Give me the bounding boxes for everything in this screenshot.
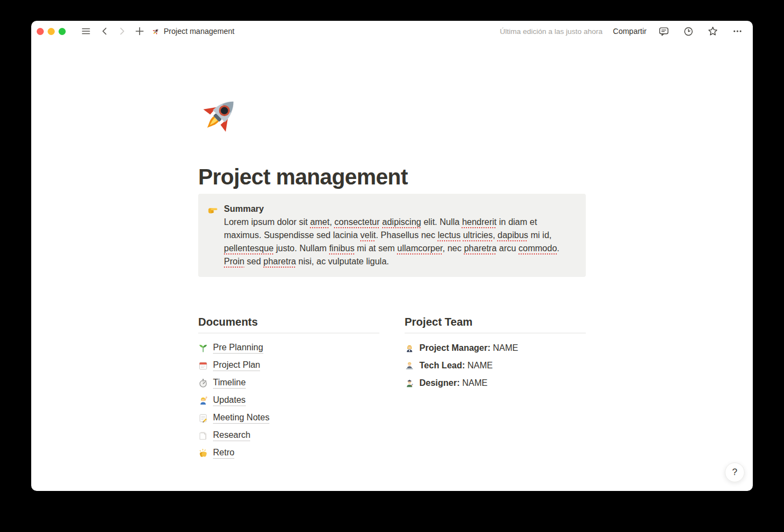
documents-heading[interactable]: Documents [198, 315, 379, 333]
document-link[interactable]: Timeline [198, 374, 379, 392]
document-link-label: Pre Planning [213, 343, 263, 354]
forward-icon[interactable] [116, 25, 129, 38]
documents-column: Documents Pre PlanningProject PlanTimeli… [198, 315, 379, 462]
team-column: Project Team Project Manager: NAMETech L… [405, 315, 586, 462]
team-member-row[interactable]: Project Manager: NAME [405, 339, 586, 357]
page-title[interactable]: Project management [198, 164, 586, 190]
point-right-icon [207, 204, 218, 215]
more-icon[interactable] [731, 25, 744, 38]
misspelled-word: lectus [437, 230, 460, 240]
raising-hand-icon [198, 396, 208, 406]
document-link[interactable]: Research [198, 427, 379, 444]
document-link-label: Research [213, 430, 250, 441]
last-edited-status: Última edición a las justo ahora [500, 27, 603, 36]
misspelled-word: ullamcorper [397, 244, 443, 253]
notion-window: Project management Última edición a las … [31, 21, 753, 491]
team-member-row[interactable]: Tech Lead: NAME [405, 357, 586, 374]
favorite-star-icon[interactable] [706, 25, 719, 38]
breadcrumb-page-title[interactable]: Project management [152, 27, 234, 36]
documents-list: Pre PlanningProject PlanTimelineUpdatesM… [198, 339, 379, 462]
misspelled-word: finibus [329, 244, 354, 253]
misspelled-word: ultricies [463, 230, 493, 240]
bookmark-tabs-icon [198, 431, 208, 441]
team-member-text: Tech Lead: NAME [419, 361, 493, 371]
summary-callout: Summary Lorem ipsum dolor sit amet, cons… [198, 194, 586, 277]
comments-icon[interactable] [657, 25, 670, 38]
menu-icon[interactable] [79, 25, 93, 38]
office-worker-icon [405, 343, 414, 353]
breadcrumb-label: Project management [164, 27, 234, 36]
document-link[interactable]: Project Plan [198, 357, 379, 374]
misspelled-word: commodo [518, 244, 557, 253]
team-member-text: Project Manager: NAME [419, 343, 518, 353]
document-link-label: Retro [213, 448, 234, 459]
minimize-window-button[interactable] [48, 28, 55, 35]
artist-icon [405, 378, 414, 388]
team-member-row[interactable]: Designer: NAME [405, 374, 586, 392]
clap-icon [198, 448, 208, 458]
misspelled-word: consectetur [335, 217, 380, 227]
callout-paragraph[interactable]: Lorem ipsum dolor sit amet, consectetur … [224, 216, 570, 268]
page-icon-rocket[interactable] [198, 93, 242, 137]
titlebar: Project management Última edición a las … [31, 21, 753, 42]
page-content: Project management Summary Lorem ipsum d… [31, 42, 753, 491]
document-link-label: Meeting Notes [213, 413, 269, 424]
document-link-label: Project Plan [213, 360, 260, 371]
calendar-icon [198, 361, 208, 371]
technologist-icon [405, 361, 414, 371]
close-window-button[interactable] [37, 28, 44, 35]
document-link[interactable]: Meeting Notes [198, 409, 379, 427]
seedling-icon [198, 343, 208, 353]
share-button[interactable]: Compartir [613, 27, 647, 36]
callout-heading[interactable]: Summary [224, 203, 570, 216]
document-link[interactable]: Updates [198, 392, 379, 409]
misspelled-word: velit [360, 230, 376, 240]
back-icon[interactable] [98, 25, 111, 38]
misspelled-word: Proin [224, 257, 244, 266]
document-link-label: Timeline [213, 378, 246, 389]
document-link[interactable]: Retro [198, 444, 379, 462]
team-list: Project Manager: NAMETech Lead: NAMEDesi… [405, 339, 586, 392]
stopwatch-icon [198, 378, 208, 388]
misspelled-word: dapibus [498, 230, 528, 240]
zoom-window-button[interactable] [59, 28, 66, 35]
new-tab-icon[interactable] [133, 25, 146, 38]
document-link-label: Updates [213, 395, 246, 406]
misspelled-word: pellentesque [224, 244, 274, 253]
misspelled-word: adipiscing [382, 217, 421, 227]
help-button[interactable]: ? [725, 462, 745, 482]
misspelled-word: amet [310, 217, 330, 227]
memo-icon [198, 413, 208, 423]
document-link[interactable]: Pre Planning [198, 339, 379, 357]
history-icon[interactable] [682, 25, 695, 38]
misspelled-word: hendrerit [462, 217, 497, 227]
misspelled-word: pharetra [464, 244, 497, 253]
rocket-icon [152, 27, 160, 36]
misspelled-word: pharetra [263, 257, 296, 266]
team-member-text: Designer: NAME [419, 378, 487, 388]
team-heading[interactable]: Project Team [405, 315, 586, 333]
traffic-lights [37, 28, 66, 35]
